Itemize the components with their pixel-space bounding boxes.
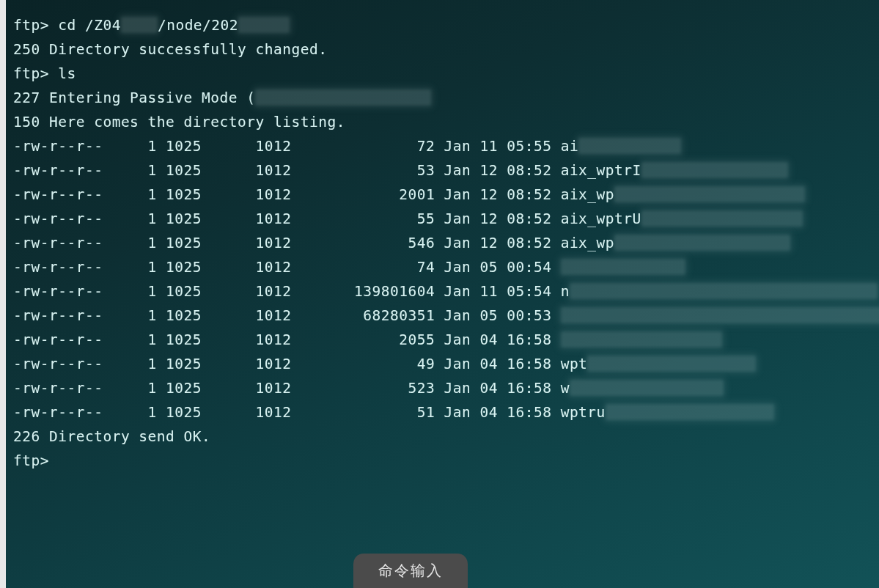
list-row-text: -rw-r--r-- 1 1025 1012 68280351 Jan 05 0…	[13, 307, 561, 324]
redacted-block	[255, 89, 431, 106]
redacted-block	[121, 17, 158, 33]
redacted-block	[641, 162, 788, 178]
redacted-block	[614, 186, 805, 202]
list-row: -rw-r--r-- 1 1025 1012 72 Jan 11 05:55 a…	[13, 134, 872, 158]
terminal-line: 227 Entering Passive Mode (	[13, 86, 872, 110]
redacted-block	[561, 331, 722, 348]
list-row: -rw-r--r-- 1 1025 1012 51 Jan 04 16:58 w…	[13, 400, 872, 425]
list-row-text: -rw-r--r-- 1 1025 1012 55 Jan 12 08:52 a…	[13, 210, 641, 227]
prompt: ftp>	[13, 452, 49, 469]
resp-226: 226 Directory send OK.	[13, 428, 210, 445]
cmd-cd: cd /Z04	[58, 17, 121, 34]
redacted-block	[587, 356, 756, 372]
resp-150: 150 Here comes the directory listing.	[13, 114, 345, 131]
prompt: ftp>	[13, 65, 49, 82]
list-row-text: -rw-r--r-- 1 1025 1012 49 Jan 04 16:58 w…	[13, 356, 587, 372]
redacted-block	[641, 210, 803, 227]
directory-listing: -rw-r--r-- 1 1025 1012 72 Jan 11 05:55 a…	[13, 134, 872, 425]
terminal-line: ftp> ls	[13, 62, 872, 86]
list-row-text: -rw-r--r-- 1 1025 1012 72 Jan 11 05:55 a…	[13, 138, 578, 155]
list-row-text: -rw-r--r-- 1 1025 1012 2001 Jan 12 08:52…	[13, 186, 614, 203]
terminal-line: ftp>	[13, 449, 872, 473]
command-input-pill[interactable]: 命令输入	[353, 554, 468, 588]
terminal-line: ftp> cd /Z04/node/202	[13, 13, 872, 37]
list-row-text: -rw-r--r-- 1 1025 1012 51 Jan 04 16:58 w…	[13, 404, 606, 421]
list-row: -rw-r--r-- 1 1025 1012 523 Jan 04 16:58 …	[13, 376, 872, 400]
redacted-block	[578, 138, 681, 154]
resp-227: 227 Entering Passive Mode (	[13, 89, 255, 106]
list-row-text: -rw-r--r-- 1 1025 1012 523 Jan 04 16:58 …	[13, 380, 570, 397]
resp-250: 250 Directory successfully changed.	[13, 41, 327, 58]
list-row: -rw-r--r-- 1 1025 1012 546 Jan 12 08:52 …	[13, 231, 872, 255]
list-row: -rw-r--r-- 1 1025 1012 49 Jan 04 16:58 w…	[13, 352, 872, 376]
list-row: -rw-r--r-- 1 1025 1012 55 Jan 12 08:52 a…	[13, 207, 872, 231]
redacted-block	[606, 404, 774, 420]
redacted-block	[570, 283, 878, 299]
list-row-text: -rw-r--r-- 1 1025 1012 53 Jan 12 08:52 a…	[13, 162, 641, 179]
list-row: -rw-r--r-- 1 1025 1012 139801604 Jan 11 …	[13, 279, 872, 304]
terminal-line: 250 Directory successfully changed.	[13, 37, 872, 62]
list-row: -rw-r--r-- 1 1025 1012 74 Jan 05 00:54	[13, 255, 872, 279]
cmd-ls: ls	[58, 65, 76, 82]
cd-tail: /node/202	[158, 17, 238, 34]
redacted-block	[570, 380, 724, 396]
prompt: ftp>	[13, 17, 49, 34]
terminal-line: 226 Directory send OK.	[13, 425, 872, 449]
list-row: -rw-r--r-- 1 1025 1012 2001 Jan 12 08:52…	[13, 183, 872, 207]
redacted-block	[238, 17, 290, 33]
terminal-screen[interactable]: ftp> cd /Z04/node/202 250 Directory succ…	[6, 0, 879, 588]
redacted-block	[561, 259, 685, 275]
list-row: -rw-r--r-- 1 1025 1012 2055 Jan 04 16:58	[13, 328, 872, 352]
terminal-line: 150 Here comes the directory listing.	[13, 110, 872, 134]
list-row-text: -rw-r--r-- 1 1025 1012 74 Jan 05 00:54	[13, 259, 561, 276]
list-row-text: -rw-r--r-- 1 1025 1012 2055 Jan 04 16:58	[13, 331, 561, 348]
list-row: -rw-r--r-- 1 1025 1012 53 Jan 12 08:52 a…	[13, 158, 872, 183]
list-row-text: -rw-r--r-- 1 1025 1012 546 Jan 12 08:52 …	[13, 235, 614, 251]
list-row: -rw-r--r-- 1 1025 1012 68280351 Jan 05 0…	[13, 304, 872, 328]
list-row-text: -rw-r--r-- 1 1025 1012 139801604 Jan 11 …	[13, 283, 570, 300]
redacted-block	[561, 307, 879, 323]
command-input-label: 命令输入	[378, 562, 443, 578]
redacted-block	[614, 235, 790, 251]
